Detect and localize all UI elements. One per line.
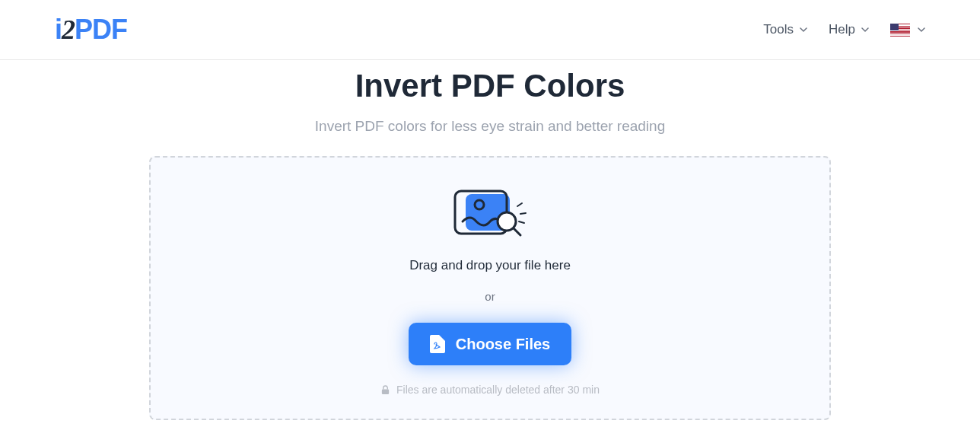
svg-line-4 (517, 203, 522, 206)
image-search-icon (452, 188, 528, 241)
svg-line-5 (520, 213, 526, 214)
svg-line-3 (514, 228, 520, 235)
logo-i: i (55, 14, 62, 46)
logo[interactable]: i2PDF (55, 14, 127, 46)
main: Invert PDF Colors Invert PDF colors for … (0, 68, 980, 420)
language-selector[interactable] (890, 24, 925, 37)
us-flag-icon (890, 24, 910, 37)
nav-tools-label: Tools (763, 22, 794, 37)
nav: Tools Help (763, 22, 925, 37)
delete-note-text: Files are automatically deleted after 30… (396, 384, 600, 396)
page-subtitle: Invert PDF colors for less eye strain an… (0, 118, 980, 135)
dropzone-or: or (166, 290, 814, 303)
choose-files-label: Choose Files (456, 336, 550, 353)
choose-files-button[interactable]: Choose Files (409, 323, 571, 365)
nav-tools[interactable]: Tools (763, 22, 807, 37)
nav-help[interactable]: Help (829, 22, 869, 37)
page-title: Invert PDF Colors (0, 68, 980, 104)
nav-help-label: Help (829, 22, 855, 37)
svg-rect-7 (382, 389, 389, 393)
chevron-down-icon (861, 26, 869, 33)
header: i2PDF Tools Help (0, 0, 980, 60)
delete-note: Files are automatically deleted after 30… (166, 384, 814, 396)
logo-2: 2 (62, 14, 75, 46)
lock-icon (380, 385, 390, 395)
svg-line-6 (519, 221, 524, 223)
file-dropzone[interactable]: Drag and drop your file here or Choose F… (149, 156, 831, 420)
logo-pdf: PDF (75, 14, 127, 46)
chevron-down-icon (918, 26, 925, 33)
file-icon (430, 335, 445, 353)
chevron-down-icon (800, 26, 807, 33)
dropzone-text: Drag and drop your file here (166, 258, 814, 273)
